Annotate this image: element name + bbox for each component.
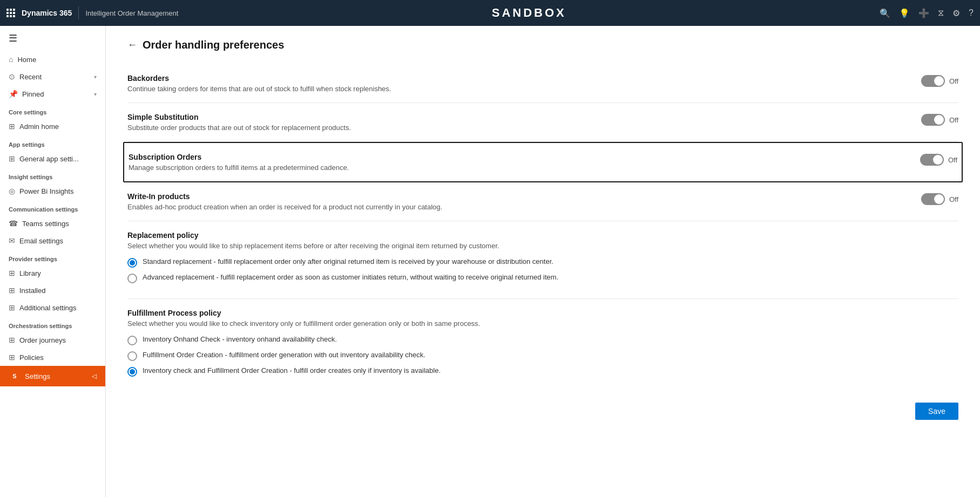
subscription-orders-toggle-label: Off <box>948 156 957 164</box>
sidebar-item-power-bi[interactable]: ◎ Power Bi Insights <box>0 182 105 200</box>
replacement-option-standard: Standard replacement - fulfill replaceme… <box>127 257 958 268</box>
backorders-desc: Continue taking orders for items that ar… <box>127 85 910 93</box>
recent-chevron: ▾ <box>94 74 97 80</box>
library-icon: ⊞ <box>9 269 15 277</box>
sidebar-item-order-journeys[interactable]: ⊞ Order journeys <box>0 331 105 349</box>
section-communication-settings: Communication settings <box>0 200 105 215</box>
sidebar-item-teams[interactable]: ☎ Teams settings <box>0 215 105 232</box>
fulfillment-policy-title: Fulfillment Process policy <box>127 309 958 317</box>
fulfillment-policy-section: Fulfillment Process policy Select whethe… <box>127 299 958 392</box>
sidebar-item-recent-label: Recent <box>19 73 90 81</box>
admin-home-icon: ⊞ <box>9 122 15 131</box>
additional-icon: ⊞ <box>9 303 15 312</box>
sidebar-library-label: Library <box>19 269 97 277</box>
sidebar-power-bi-label: Power Bi Insights <box>19 187 97 195</box>
simple-sub-desc: Substitute order products that are out o… <box>127 124 910 132</box>
save-button[interactable]: Save <box>915 403 958 420</box>
content-area: ← Order handling preferences Backorders … <box>106 26 980 497</box>
search-icon[interactable]: 🔍 <box>880 8 890 18</box>
recent-icon: ⊙ <box>9 72 15 81</box>
fulfillment-onhand-label: Inventory Onhand Check - inventory onhan… <box>143 335 337 343</box>
subscription-orders-toggle[interactable] <box>920 154 944 166</box>
power-bi-icon: ◎ <box>9 187 15 195</box>
order-journeys-icon: ⊞ <box>9 336 15 344</box>
fulfillment-radio-onhand[interactable] <box>127 336 137 345</box>
backorders-name: Backorders <box>127 74 910 83</box>
replacement-option-advanced: Advanced replacement - fulfill replaceme… <box>127 273 958 283</box>
sidebar-installed-label: Installed <box>19 287 97 295</box>
sidebar-admin-home-label: Admin home <box>19 122 97 131</box>
subscription-orders-desc: Manage subscription orders to fulfill it… <box>129 164 909 172</box>
filter-icon[interactable]: ⧖ <box>938 8 944 18</box>
sidebar-item-pinned-label: Pinned <box>22 90 90 98</box>
teams-icon: ☎ <box>9 219 18 228</box>
fulfillment-policy-desc: Select whether you would like to check i… <box>127 319 958 328</box>
settings-avatar: S <box>9 370 21 382</box>
general-app-icon: ⊞ <box>9 154 15 163</box>
write-in-toggle[interactable] <box>921 193 945 205</box>
add-icon[interactable]: ➕ <box>918 8 929 18</box>
apps-grid-icon[interactable] <box>6 9 15 17</box>
hamburger-icon[interactable]: ☰ <box>0 26 105 51</box>
sidebar-item-library[interactable]: ⊞ Library <box>0 264 105 282</box>
save-row: Save <box>127 392 958 425</box>
backorders-toggle[interactable] <box>921 75 945 87</box>
sidebar-item-additional[interactable]: ⊞ Additional settings <box>0 299 105 316</box>
sidebar-item-home-label: Home <box>17 56 97 64</box>
pin-icon: 📌 <box>9 90 18 98</box>
page-header: ← Order handling preferences <box>127 39 958 51</box>
sidebar-settings-bottom[interactable]: S Settings ◁ <box>0 366 105 386</box>
section-orchestration-settings: Orchestration settings <box>0 316 105 331</box>
back-button[interactable]: ← <box>127 39 137 51</box>
section-app-settings: App settings <box>0 135 105 150</box>
sidebar-additional-label: Additional settings <box>19 304 97 312</box>
help-icon[interactable]: ? <box>969 8 974 18</box>
subscription-orders-name: Subscription Orders <box>129 153 909 161</box>
section-insight-settings: Insight settings <box>0 167 105 182</box>
replacement-advanced-label: Advanced replacement - fulfill replaceme… <box>143 273 558 281</box>
replacement-standard-label: Standard replacement - fulfill replaceme… <box>143 257 553 265</box>
app-label: Intelligent Order Management <box>85 9 178 17</box>
nav-divider <box>78 6 79 19</box>
simple-sub-toggle[interactable] <box>921 114 945 126</box>
sidebar-item-recent[interactable]: ⊙ Recent ▾ <box>0 68 105 85</box>
sidebar: ☰ ⌂ Home ⊙ Recent ▾ 📌 Pinned ▾ Core sett… <box>0 26 106 497</box>
sidebar-general-app-label: General app setti... <box>19 155 97 163</box>
simple-sub-name: Simple Substitution <box>127 113 910 121</box>
fulfillment-option-onhand: Inventory Onhand Check - inventory onhan… <box>127 335 958 345</box>
sidebar-item-admin-home[interactable]: ⊞ Admin home <box>0 118 105 135</box>
fulfillment-radio-both[interactable] <box>127 367 137 377</box>
section-provider-settings: Provider settings <box>0 249 105 264</box>
replacement-radio-advanced[interactable] <box>127 274 137 283</box>
sidebar-item-policies[interactable]: ⊞ Policies <box>0 349 105 366</box>
fulfillment-radio-creation[interactable] <box>127 351 137 361</box>
fulfillment-option-both: Inventory check and Fulfillment Order Cr… <box>127 366 958 377</box>
write-in-name: Write-In products <box>127 192 910 201</box>
sidebar-item-installed[interactable]: ⊞ Installed <box>0 282 105 299</box>
fulfillment-both-label: Inventory check and Fulfillment Order Cr… <box>143 366 441 375</box>
settings-chevron: ◁ <box>92 372 97 380</box>
sidebar-item-home[interactable]: ⌂ Home <box>0 51 105 68</box>
replacement-policy-section: Replacement policy Select whether you wo… <box>127 221 958 299</box>
setting-backorders: Backorders Continue taking orders for it… <box>127 64 958 103</box>
simple-sub-toggle-label: Off <box>949 116 958 124</box>
installed-icon: ⊞ <box>9 286 15 295</box>
lightbulb-icon[interactable]: 💡 <box>899 8 910 18</box>
sidebar-order-journeys-label: Order journeys <box>19 336 97 344</box>
write-in-desc: Enables ad-hoc product creation when an … <box>127 203 910 211</box>
sidebar-email-label: Email settings <box>19 237 97 245</box>
pinned-chevron: ▾ <box>94 91 97 97</box>
settings-icon[interactable]: ⚙ <box>952 8 960 18</box>
home-icon: ⌂ <box>9 55 13 64</box>
fulfillment-creation-label: Fulfillment Order Creation - fulfillment… <box>143 351 425 359</box>
topnav: Dynamics 365 Intelligent Order Managemen… <box>0 0 980 26</box>
replacement-radio-standard[interactable] <box>127 258 137 268</box>
replacement-policy-title: Replacement policy <box>127 231 958 240</box>
setting-subscription-orders: Subscription Orders Manage subscription … <box>123 142 963 182</box>
sidebar-item-general-app[interactable]: ⊞ General app setti... <box>0 150 105 167</box>
backorders-toggle-label: Off <box>949 77 958 85</box>
sidebar-item-email[interactable]: ✉ Email settings <box>0 232 105 249</box>
sidebar-item-pinned[interactable]: 📌 Pinned ▾ <box>0 85 105 103</box>
sidebar-teams-label: Teams settings <box>22 220 97 228</box>
write-in-toggle-label: Off <box>949 195 958 203</box>
